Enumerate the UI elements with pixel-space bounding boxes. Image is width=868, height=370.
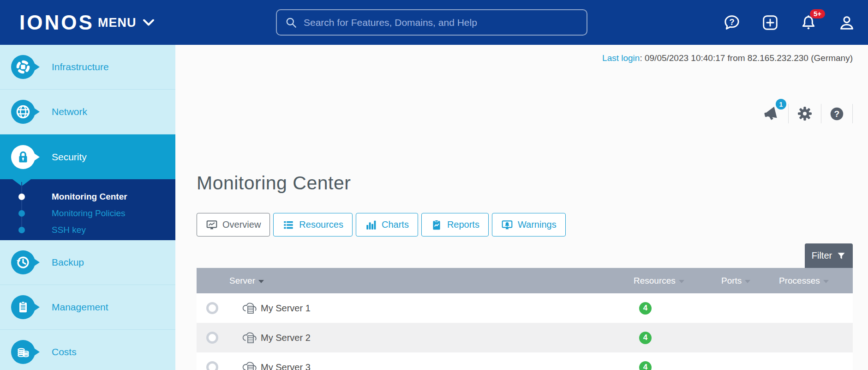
- column-label: Resources: [634, 276, 676, 286]
- sort-arrow-icon: [823, 280, 829, 283]
- bullet-icon: [18, 227, 25, 233]
- submenu-item-ssh-key[interactable]: SSH key: [0, 222, 175, 238]
- tab-label: Resources: [299, 219, 343, 230]
- column-header-server[interactable]: Server: [197, 276, 634, 286]
- clipboard-icon: [11, 295, 35, 319]
- submenu-item-label: SSH key: [52, 225, 86, 235]
- separator: [852, 104, 853, 123]
- sidebar-item-backup[interactable]: Backup: [0, 240, 175, 285]
- coins-icon: [11, 340, 35, 364]
- submenu-item-monitoring-center[interactable]: Monitoring Center: [0, 188, 175, 205]
- sidebar-item-infrastructure[interactable]: Infrastructure: [0, 45, 175, 90]
- sidebar-item-label: Infrastructure: [52, 61, 109, 73]
- row-radio-button[interactable]: [206, 361, 218, 370]
- sidebar-item-label: Network: [52, 106, 87, 117]
- add-plus-icon[interactable]: [761, 13, 779, 32]
- network-globe-icon: [11, 100, 35, 124]
- server-name: My Server 1: [261, 303, 311, 314]
- tab-label: Overview: [222, 219, 261, 230]
- tab-reports[interactable]: Reports: [421, 213, 489, 237]
- notifications-badge: 5+: [810, 9, 825, 18]
- cloud-server-icon: [241, 360, 257, 370]
- tab-resources[interactable]: Resources: [273, 213, 353, 237]
- page-title: Monitoring Center: [197, 172, 351, 194]
- sort-arrow-icon: [745, 280, 750, 283]
- monitor-bell-icon: [501, 219, 513, 231]
- server-name: My Server 3: [261, 362, 311, 370]
- svg-text:?: ?: [729, 17, 734, 27]
- page-action-bar: 1 ?: [754, 104, 853, 123]
- ionos-logo[interactable]: IONOS: [19, 11, 94, 34]
- column-header-processes[interactable]: Processes: [779, 276, 853, 286]
- last-login-link[interactable]: Last login: [602, 53, 640, 63]
- server-name: My Server 2: [261, 333, 311, 343]
- help-circle-icon: ?: [829, 106, 844, 121]
- cloud-server-icon: [241, 301, 257, 315]
- servers-table: Server Resources Ports Processes: [197, 268, 853, 370]
- cloud-server-icon: [241, 331, 257, 345]
- sidebar-item-label: Security: [52, 152, 87, 163]
- submenu-item-monitoring-policies[interactable]: Monitoring Policies: [0, 205, 175, 222]
- table-header-row: Server Resources Ports Processes: [197, 268, 853, 293]
- resources-count-badge: 4: [639, 302, 652, 315]
- tab-charts[interactable]: Charts: [356, 213, 418, 237]
- announcements-button[interactable]: 1: [754, 104, 788, 123]
- column-header-ports[interactable]: Ports: [721, 276, 779, 286]
- main-content: Last login: 09/05/2023 10:40:17 from 82.…: [175, 45, 868, 370]
- sidebar-item-management[interactable]: Management: [0, 285, 175, 330]
- monitor-chart-icon: [206, 219, 218, 231]
- filter-label: Filter: [812, 250, 832, 261]
- tab-warnings[interactable]: Warnings: [492, 213, 566, 237]
- view-tabs: Overview Resources Charts Reports Warnin…: [197, 213, 566, 237]
- sidebar-item-costs[interactable]: Costs: [0, 330, 175, 370]
- svg-text:?: ?: [834, 109, 840, 119]
- sidebar-navigation: Infrastructure Network Security Monitori…: [0, 45, 175, 370]
- menu-button[interactable]: MENU: [98, 15, 154, 30]
- top-navigation-bar: IONOS MENU ? 5+: [0, 0, 868, 45]
- lock-icon: [11, 145, 35, 169]
- sort-arrow-icon: [258, 280, 264, 283]
- settings-button[interactable]: [789, 105, 821, 122]
- list-icon: [282, 219, 294, 231]
- help-button[interactable]: ?: [821, 106, 852, 121]
- sidebar-item-label: Backup: [52, 257, 84, 268]
- filter-button[interactable]: Filter: [805, 243, 853, 268]
- table-row[interactable]: My Server 1 4: [197, 293, 853, 323]
- user-icon[interactable]: [838, 13, 856, 32]
- table-row[interactable]: My Server 2 4: [197, 323, 853, 352]
- infrastructure-icon: [11, 55, 35, 79]
- report-clipboard-icon: [431, 219, 443, 231]
- funnel-icon: [837, 251, 846, 261]
- bell-icon[interactable]: 5+: [799, 13, 818, 32]
- sidebar-item-security[interactable]: Security: [0, 134, 175, 179]
- row-radio-button[interactable]: [206, 302, 218, 314]
- column-header-resources[interactable]: Resources: [634, 276, 721, 286]
- tab-label: Warnings: [518, 219, 557, 230]
- tab-label: Reports: [447, 219, 479, 230]
- search-icon: [285, 17, 297, 29]
- sidebar-item-label: Management: [52, 302, 108, 313]
- last-login-value: : 09/05/2023 10:40:17 from 82.165.232.23…: [640, 53, 853, 63]
- column-label: Ports: [721, 276, 742, 286]
- column-label: Server: [229, 276, 255, 286]
- bullet-icon: [18, 194, 25, 200]
- tab-label: Charts: [382, 219, 409, 230]
- search-input[interactable]: [304, 17, 578, 28]
- table-row[interactable]: My Server 3 4: [197, 352, 853, 370]
- help-bubble-icon[interactable]: ?: [723, 13, 741, 32]
- sidebar-item-network[interactable]: Network: [0, 90, 175, 134]
- sort-arrow-icon: [679, 280, 684, 283]
- tab-overview[interactable]: Overview: [197, 213, 270, 237]
- resources-count-badge: 4: [639, 361, 652, 370]
- topbar-icon-group: ? 5+: [723, 0, 856, 45]
- bullet-icon: [18, 210, 25, 217]
- announcements-badge: 1: [776, 99, 786, 109]
- row-radio-button[interactable]: [206, 332, 218, 344]
- menu-label: MENU: [98, 15, 137, 30]
- bar-chart-icon: [365, 219, 377, 231]
- resources-count-badge: 4: [639, 332, 652, 344]
- global-search: [276, 9, 587, 36]
- sidebar-item-label: Costs: [52, 346, 77, 358]
- column-label: Processes: [779, 276, 820, 286]
- backup-clock-icon: [11, 250, 35, 274]
